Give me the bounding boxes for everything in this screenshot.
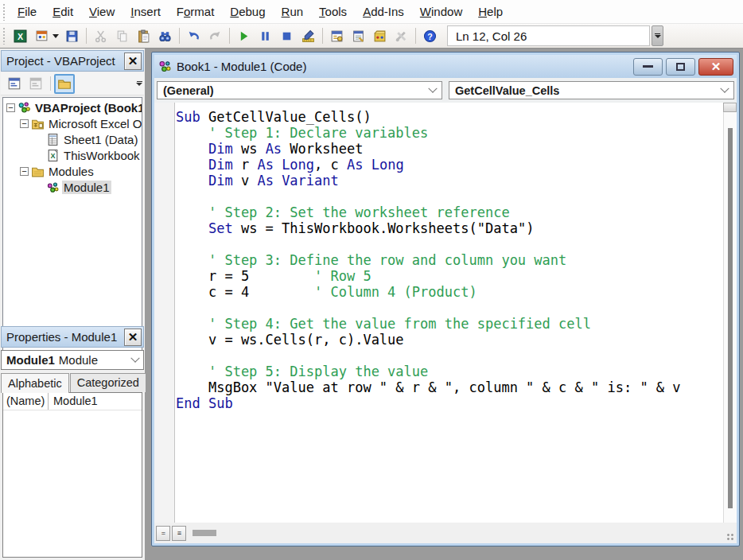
menu-debug[interactable]: Debug [222, 2, 273, 21]
code-text[interactable]: Sub GetCellValue_Cells() ' Step 1: Decla… [176, 109, 722, 523]
menu-file[interactable]: File [10, 2, 45, 21]
project-toolbar-options-button[interactable] [136, 81, 142, 86]
tree-item-sheet1-data[interactable]: Sheet1 (Data) [3, 131, 142, 147]
project-explorer-icon [330, 29, 344, 43]
tree-item-label: Module1 [62, 181, 111, 194]
property-row[interactable]: (Name)Module1 [3, 393, 142, 410]
project-panel-title: Project - VBAProject [6, 54, 124, 68]
code-window-title: Book1 - Module1 (Code) [177, 60, 633, 73]
code-line[interactable] [176, 189, 722, 204]
find-button[interactable] [155, 26, 175, 45]
code-hscrollbar-thumb[interactable] [193, 530, 216, 536]
svg-text:?: ? [427, 31, 432, 41]
code-line[interactable]: c = 4 ' Column 4 (Product) [176, 284, 722, 300]
full-module-view-button[interactable]: ≡ [172, 526, 186, 541]
code-line[interactable] [176, 348, 722, 364]
code-line[interactable]: Dim ws As Worksheet [176, 141, 722, 157]
properties-panel-titlebar: Properties - Module1 ✕ [1, 326, 144, 348]
menu-add-ins[interactable]: Add-Ins [355, 2, 412, 21]
code-editor[interactable]: Sub GetCellValue_Cells() ' Step 1: Decla… [154, 103, 737, 523]
code-line[interactable] [176, 300, 722, 316]
find-icon [158, 29, 172, 43]
menu-view[interactable]: View [81, 2, 123, 21]
code-line[interactable]: Sub GetCellValue_Cells() [176, 109, 722, 125]
split-handle[interactable] [723, 103, 737, 112]
redo-icon [208, 29, 222, 43]
properties-panel-close-button[interactable]: ✕ [124, 329, 142, 346]
property-value[interactable]: Module1 [49, 393, 142, 410]
insert-userform-dropdown-arrow[interactable] [53, 34, 59, 38]
toolbar-separator [50, 76, 51, 91]
procedure-view-button[interactable]: = [156, 526, 170, 541]
tab-alphabetic[interactable]: Alphabetic [1, 373, 69, 393]
code-vscrollbar[interactable] [723, 103, 737, 523]
menu-insert[interactable]: Insert [123, 2, 169, 21]
properties-object-dropdown[interactable]: Module1 Module [1, 350, 144, 370]
tree-item-vbaproject-book1[interactable]: −VBAProject (Book1) [3, 99, 142, 115]
collapse-icon[interactable]: − [20, 167, 29, 176]
code-margin-indicator-bar[interactable] [154, 103, 175, 523]
scrollbar-thumb[interactable] [728, 128, 733, 508]
insert-userform-button[interactable] [32, 26, 52, 45]
tree-item-microsoft-excel-objects[interactable]: −Microsoft Excel Objects [3, 115, 142, 131]
code-line[interactable]: ' Step 1: Declare variables [176, 125, 722, 141]
tab-categorized[interactable]: Categorized [70, 373, 146, 392]
menu-edit[interactable]: Edit [45, 2, 81, 21]
procedure-dropdown[interactable]: GetCellValue_Cells [449, 81, 734, 99]
properties-grid: (Name)Module1 [2, 392, 142, 558]
code-line[interactable]: MsgBox "Value at row " & r & ", column "… [176, 379, 722, 395]
menu-help[interactable]: Help [470, 2, 511, 21]
code-line[interactable]: Dim r As Long, c As Long [176, 157, 722, 173]
tree-item-module1[interactable]: Module1 [3, 179, 142, 195]
properties-window-button[interactable] [348, 26, 368, 45]
menu-format[interactable]: Format [169, 2, 223, 21]
project-panel-toolbar [1, 72, 144, 95]
code-line[interactable]: r = 5 ' Row 5 [176, 268, 722, 284]
view-code-icon [7, 76, 21, 91]
code-window-titlebar[interactable]: Book1 - Module1 (Code) ✕ [154, 55, 737, 78]
run-sub-button[interactable] [234, 26, 254, 45]
code-line[interactable]: ' Step 4: Get the value from the specifi… [176, 316, 722, 332]
svg-text:X: X [50, 152, 55, 160]
code-line[interactable]: ' Step 2: Set the worksheet reference [176, 204, 722, 220]
minimize-button[interactable] [633, 58, 663, 76]
tree-item-label: Microsoft Excel Objects [47, 117, 142, 130]
code-line[interactable]: End Sub [176, 395, 722, 411]
project-explorer-button[interactable] [327, 26, 347, 45]
project-panel-close-button[interactable]: ✕ [124, 52, 142, 70]
save-button[interactable] [62, 26, 82, 45]
reset-button[interactable] [277, 26, 297, 45]
tree-item-modules[interactable]: −Modules [3, 163, 142, 179]
menu-tools[interactable]: Tools [311, 2, 355, 21]
help-button[interactable]: ? [420, 26, 440, 45]
paste-button[interactable] [134, 26, 154, 45]
toggle-folders-button[interactable] [54, 74, 75, 94]
code-line[interactable]: ' Step 3: Define the row and column you … [176, 252, 722, 268]
collapse-icon[interactable]: − [20, 119, 29, 128]
code-window: Book1 - Module1 (Code) ✕ (General) GetCe… [151, 52, 740, 546]
view-microsoft-excel-button[interactable]: X [10, 26, 30, 45]
code-line[interactable]: Set ws = ThisWorkbook.Worksheets("Data") [176, 220, 722, 236]
menu-window[interactable]: Window [412, 2, 470, 21]
main-toolbar: X? Ln 12, Col 26 [0, 24, 743, 49]
code-line[interactable]: v = ws.Cells(r, c).Value [176, 332, 722, 348]
help-icon: ? [423, 29, 437, 43]
tree-item-thisworkbook[interactable]: XThisWorkbook [3, 147, 142, 163]
code-line[interactable] [176, 236, 722, 252]
sheet-icon [46, 133, 60, 146]
maximize-button[interactable] [666, 58, 695, 76]
undo-button[interactable] [184, 26, 204, 45]
toolbar-options-button[interactable] [652, 25, 663, 46]
code-line[interactable]: Dim v As Variant [176, 173, 722, 189]
menu-run[interactable]: Run [274, 2, 312, 21]
close-button[interactable]: ✕ [698, 58, 733, 76]
object-browser-button[interactable] [370, 26, 390, 45]
object-dropdown[interactable]: (General) [157, 81, 442, 99]
design-mode-button[interactable] [298, 26, 318, 45]
tree-item-label: Modules [47, 165, 95, 178]
break-button[interactable] [255, 26, 275, 45]
view-code-button[interactable] [4, 74, 25, 94]
code-line[interactable]: ' Step 5: Display the value [176, 364, 722, 379]
resize-grip[interactable] [726, 533, 734, 541]
collapse-icon[interactable]: − [6, 103, 15, 112]
